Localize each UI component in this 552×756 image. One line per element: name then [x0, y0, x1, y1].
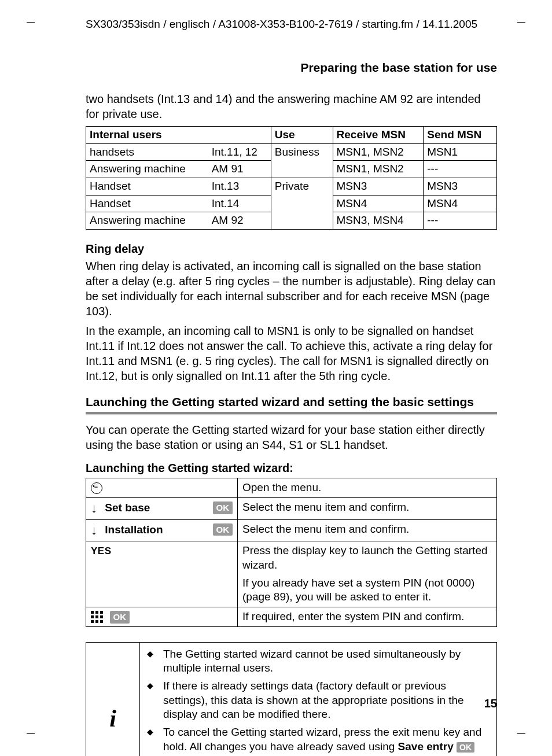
ring-delay-p1: When ring delay is activated, an incomin…: [86, 259, 497, 319]
step-desc: If required, enter the system PIN and co…: [238, 607, 497, 627]
table-cell: Int.14: [208, 195, 271, 212]
info-icon: i: [86, 642, 140, 756]
menu-item-label: Set base: [105, 501, 150, 514]
table-cell: MSN3, MSN4: [333, 212, 424, 230]
step-desc-line: Press the display key to launch the Gett…: [242, 544, 492, 572]
launch-heading: Launching the Getting started wizard and…: [86, 394, 497, 411]
ok-badge: OK: [110, 611, 130, 624]
wizard-steps-table: Open the menu. ↓ Set base OK Select the …: [86, 478, 497, 626]
step-desc: Open the menu.: [238, 478, 497, 498]
yes-key-label: YES: [91, 545, 112, 556]
ring-delay-heading: Ring delay: [86, 241, 497, 256]
page-number: 15: [484, 696, 497, 711]
table-cell: MSN4: [333, 195, 424, 212]
note-item: The Getting started wizard cannot be use…: [157, 647, 491, 676]
ring-delay-p2: In the example, an incoming call to MSN1…: [86, 323, 497, 383]
table-cell: Int.13: [208, 178, 271, 196]
step-desc: Press the display key to launch the Gett…: [238, 541, 497, 607]
note-box: i The Getting started wizard cannot be u…: [86, 642, 497, 756]
step-desc: Select the menu item and confirm.: [238, 498, 497, 520]
table-cell: handsets: [86, 143, 208, 161]
table-cell: Private: [271, 178, 333, 230]
menu-icon: [91, 482, 102, 494]
table-cell: MSN1, MSN2: [333, 143, 424, 161]
table-cell: MSN3: [424, 178, 497, 196]
step-desc-line: If you already have set a system PIN (no…: [242, 576, 492, 604]
arrow-down-icon: ↓: [91, 500, 97, 517]
step-desc: Select the menu item and confirm.: [238, 519, 497, 541]
table-cell: ---: [424, 212, 497, 230]
table-cell: Answering machine: [86, 212, 208, 230]
page-title: Preparing the base station for use: [86, 60, 497, 75]
th-internal-users: Internal users: [86, 126, 271, 143]
table-cell: ---: [424, 161, 497, 178]
note-bold: Save entry: [398, 740, 454, 753]
table-cell: Handset: [86, 178, 208, 196]
note-item: To cancel the Getting started wizard, pr…: [157, 725, 491, 756]
th-send-msn: Send MSN: [424, 126, 497, 143]
ok-badge: OK: [457, 742, 474, 753]
table-cell: MSN1, MSN2: [333, 161, 424, 178]
table-cell: Int.11, 12: [208, 143, 271, 161]
note-list: The Getting started wizard cannot be use…: [146, 647, 491, 756]
launch-sub-heading: Launching the Getting started wizard:: [86, 460, 497, 475]
table-cell: Handset: [86, 195, 208, 212]
menu-item-label: Installation: [105, 523, 163, 536]
th-use: Use: [271, 126, 333, 143]
header-path: SX303/353isdn / englisch / A31008-X353-B…: [86, 17, 497, 32]
note-item: If there is already settings data (facto…: [157, 679, 491, 722]
launch-para: You can operate the Getting started wiza…: [86, 422, 497, 452]
table-cell: MSN4: [424, 195, 497, 212]
ok-badge: OK: [213, 501, 233, 514]
th-receive-msn: Receive MSN: [333, 126, 424, 143]
table-cell: MSN1: [424, 143, 497, 161]
ok-badge: OK: [213, 523, 233, 536]
table-cell: AM 91: [208, 161, 271, 178]
internal-users-table: Internal users Use Receive MSN Send MSN …: [86, 126, 497, 230]
table-cell: MSN3: [333, 178, 424, 196]
table-cell: AM 92: [208, 212, 271, 230]
arrow-down-icon: ↓: [91, 522, 97, 539]
table-cell: Answering machine: [86, 161, 208, 178]
keypad-icon: [91, 611, 104, 624]
section-divider: [86, 412, 497, 415]
intro-paragraph: two handsets (Int.13 and 14) and the ans…: [86, 91, 497, 121]
table-cell: Business: [271, 143, 333, 178]
